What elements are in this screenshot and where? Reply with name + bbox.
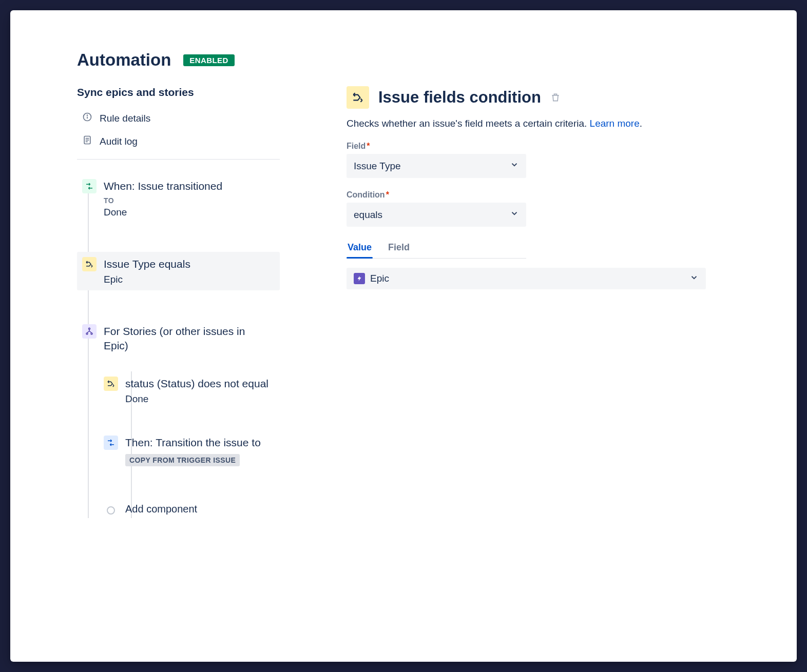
sidebar-divider (77, 159, 280, 160)
flow-nested-condition[interactable]: status (Status) does not equal Done (99, 371, 280, 409)
field-select-value: Issue Type (354, 161, 401, 172)
info-icon (82, 112, 92, 125)
flow-condition[interactable]: Issue Type equals Epic (77, 252, 280, 290)
condition-label: Condition* (347, 190, 740, 200)
svg-point-7 (89, 328, 90, 329)
rule-name: Sync epics and stories (77, 86, 280, 98)
flow-trigger-title: When: Issue transitioned (104, 179, 273, 193)
value-select[interactable]: Epic (347, 268, 706, 289)
flow-nested-condition-value: Done (125, 393, 273, 405)
learn-more-link[interactable]: Learn more (590, 118, 640, 129)
audit-log-label: Audit log (100, 136, 138, 147)
flow-action[interactable]: Then: Transition the issue to COPY FROM … (99, 430, 280, 471)
add-component-label: Add component (125, 502, 197, 516)
condition-icon (104, 377, 118, 391)
field-label: Field* (347, 142, 740, 151)
chevron-down-icon (510, 209, 519, 221)
condition-icon (82, 257, 97, 271)
value-select-value: Epic (370, 273, 389, 284)
condition-select-value: equals (354, 209, 382, 221)
status-badge: ENABLED (183, 54, 234, 66)
epic-icon (354, 273, 365, 284)
add-component-button[interactable]: Add component (99, 500, 280, 518)
detail-description: Checks whether an issue's field meets a … (347, 118, 740, 129)
rule-sidebar: Sync epics and stories Rule details (77, 86, 280, 518)
condition-select[interactable]: equals (347, 203, 526, 227)
flow-branch-title: For Stories (or other issues in Epic) (104, 324, 273, 353)
value-field-tabs: Value Field (347, 239, 526, 259)
tab-field[interactable]: Field (387, 239, 411, 258)
tab-value[interactable]: Value (347, 239, 373, 258)
list-icon (82, 135, 92, 148)
svg-point-9 (91, 333, 92, 334)
action-icon (104, 436, 118, 450)
rule-details-link[interactable]: Rule details (77, 107, 280, 130)
flow-trigger[interactable]: When: Issue transitioned TO Done (77, 174, 280, 223)
audit-log-link[interactable]: Audit log (77, 130, 280, 153)
flow-branch[interactable]: For Stories (or other issues in Epic) (77, 319, 280, 359)
branch-icon (82, 324, 97, 339)
chevron-down-icon (510, 160, 519, 172)
add-dot-icon (107, 506, 115, 515)
flow-trigger-to-label: TO (104, 196, 273, 205)
condition-icon (347, 86, 369, 109)
rule-details-label: Rule details (100, 113, 150, 124)
svg-point-8 (86, 333, 88, 334)
flow-action-badge: COPY FROM TRIGGER ISSUE (125, 454, 240, 466)
flow-trigger-to-value: Done (104, 207, 273, 218)
page-title: Automation (77, 50, 171, 70)
flow-action-title: Then: Transition the issue to (125, 436, 273, 450)
detail-pane: Issue fields condition Checks whether an… (347, 86, 740, 518)
delete-button[interactable] (550, 92, 561, 103)
flow-condition-title: Issue Type equals (104, 257, 273, 271)
svg-point-2 (87, 115, 88, 115)
flow-nested-condition-title: status (Status) does not equal (125, 377, 273, 391)
transition-icon (82, 179, 97, 193)
flow-condition-value: Epic (104, 274, 273, 285)
field-select[interactable]: Issue Type (347, 154, 526, 178)
detail-title: Issue fields condition (378, 88, 541, 107)
chevron-down-icon (689, 273, 699, 284)
